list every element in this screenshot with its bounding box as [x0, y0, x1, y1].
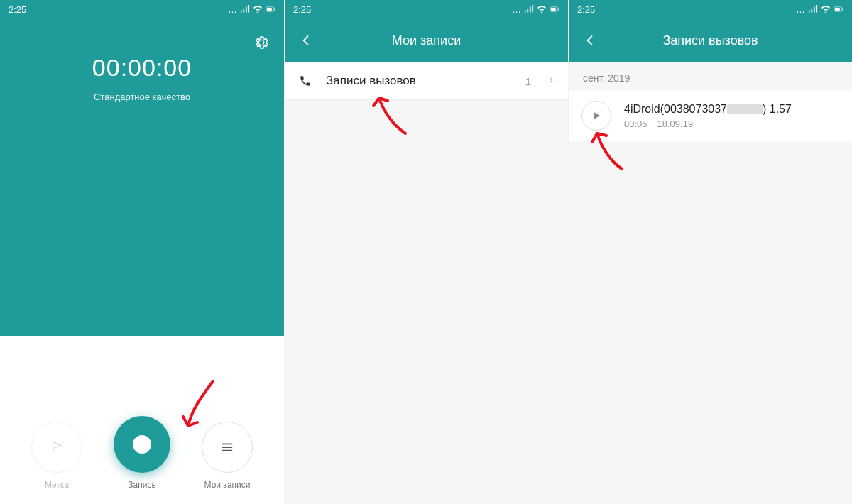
gear-icon	[253, 35, 269, 50]
more-icon: …	[228, 4, 237, 15]
signal-icon	[808, 4, 818, 14]
screen-call-recordings: 2:25 … Записи вызовов сент. 2019 4iDroid…	[568, 0, 852, 504]
call-recordings-row[interactable]: Записи вызовов 1	[285, 62, 568, 100]
screen-recorder: 2:25 … 00:00:00 Стандартное качество Мет…	[0, 0, 284, 504]
signal-icon	[524, 4, 534, 14]
hamburger-icon	[219, 439, 235, 455]
my-recordings-label: Мои записи	[204, 480, 251, 490]
wifi-icon	[537, 4, 547, 14]
recorder-hero: 00:00:00 Стандартное качество	[0, 18, 284, 336]
recording-duration: 00:05	[624, 119, 648, 129]
quality-label: Стандартное качество	[94, 92, 190, 102]
settings-button[interactable]	[251, 33, 271, 53]
timer-display: 00:00:00	[92, 54, 192, 82]
record-label: Запись	[128, 480, 155, 490]
svg-rect-7	[842, 9, 843, 11]
battery-icon	[550, 4, 559, 14]
status-icons: …	[512, 4, 559, 15]
chevron-left-icon	[299, 33, 313, 48]
back-button[interactable]	[293, 28, 319, 53]
play-button[interactable]	[581, 101, 611, 131]
svg-rect-4	[558, 9, 559, 11]
my-recordings-button[interactable]: Мои записи	[202, 422, 253, 490]
back-button[interactable]	[577, 28, 603, 53]
flag-button[interactable]: Метка	[31, 422, 82, 490]
phone-icon	[299, 75, 312, 87]
record-icon	[114, 416, 170, 473]
recording-title: 4iDroid(0038073037) 1.57	[624, 103, 839, 116]
more-icon: …	[512, 4, 521, 15]
screen-my-recordings: 2:25 … Мои записи Записи вызовов 1	[284, 0, 568, 504]
page-title: Мои записи	[285, 33, 568, 48]
status-icons: …	[228, 4, 275, 15]
status-icons: …	[796, 4, 843, 15]
record-button[interactable]: Запись	[114, 416, 170, 490]
controls-bar: Метка Запись Мои записи	[0, 336, 284, 504]
play-icon	[591, 111, 601, 121]
recordings-categories-list: Записи вызовов 1	[285, 62, 568, 504]
status-bar: 2:25 …	[569, 0, 852, 18]
svg-rect-8	[834, 8, 840, 11]
chevron-right-icon	[547, 75, 555, 87]
wifi-icon	[253, 4, 263, 14]
flag-label: Метка	[45, 480, 69, 490]
battery-icon	[834, 4, 843, 14]
status-time: 2:25	[577, 4, 595, 15]
status-bar: 2:25 …	[285, 0, 568, 18]
flag-icon	[49, 439, 65, 455]
row-title: Записи вызовов	[326, 74, 513, 88]
svg-rect-1	[274, 9, 275, 11]
row-count: 1	[525, 75, 531, 87]
svg-rect-2	[266, 8, 272, 11]
app-header: Мои записи	[285, 18, 568, 62]
status-time: 2:25	[9, 4, 26, 15]
battery-icon	[266, 4, 275, 14]
chevron-left-icon	[583, 33, 597, 48]
more-icon: …	[796, 4, 805, 15]
recording-date: 18.09.19	[657, 119, 694, 129]
signal-icon	[240, 4, 250, 14]
recording-meta: 00:05 18.09.19	[624, 119, 839, 129]
section-header: сент. 2019	[569, 62, 852, 91]
svg-rect-5	[550, 8, 556, 11]
status-bar: 2:25 …	[0, 0, 284, 18]
app-header: Записи вызовов	[569, 18, 852, 62]
wifi-icon	[821, 4, 831, 14]
status-time: 2:25	[293, 4, 311, 15]
recordings-list: сент. 2019 4iDroid(0038073037) 1.57 00:0…	[569, 62, 852, 504]
redacted-text	[727, 104, 763, 114]
recording-info: 4iDroid(0038073037) 1.57 00:05 18.09.19	[624, 103, 839, 129]
page-title: Записи вызовов	[569, 33, 852, 48]
recording-item[interactable]: 4iDroid(0038073037) 1.57 00:05 18.09.19	[569, 91, 852, 141]
